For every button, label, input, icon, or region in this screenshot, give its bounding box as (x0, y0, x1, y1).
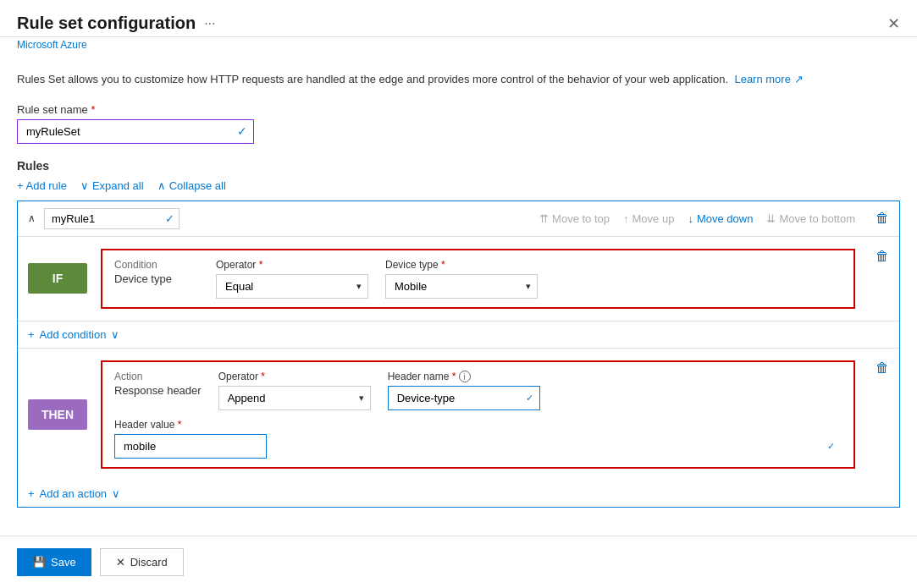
move-to-top-label: Move to top (552, 212, 610, 225)
add-condition-row: + Add condition ∨ (18, 321, 899, 348)
then-operator-label: Operator * (218, 371, 371, 382)
panel-footer: 💾 Save ✕ Discard (0, 536, 917, 588)
header-value-field-group: Header value * mobile ✓ (114, 419, 842, 459)
close-button[interactable]: ✕ (887, 14, 900, 33)
save-label: Save (51, 556, 76, 569)
add-condition-chevron: ∨ (111, 328, 119, 341)
discard-icon: ✕ (116, 556, 125, 569)
device-type-select[interactable]: Mobile Desktop Tablet (385, 274, 538, 299)
action-label-title: Action (114, 371, 202, 382)
action-label-col: Action Response header (114, 371, 202, 397)
add-action-chevron: ∨ (112, 487, 120, 500)
header-value-row: Header value * mobile ✓ (114, 419, 842, 459)
header-name-select-wrapper: Device-type ✓ (388, 386, 540, 410)
move-to-bottom-icon: ⇊ (766, 212, 776, 225)
then-operator-field-group: Operator * Append Overwrite Delete ▾ (218, 371, 371, 410)
add-rule-label: + Add rule (17, 179, 67, 192)
then-badge: THEN (28, 399, 87, 430)
learn-more-link[interactable]: Learn more ↗ (734, 73, 803, 85)
then-operator-select-wrapper: Append Overwrite Delete ▾ (218, 386, 371, 410)
move-down-button[interactable]: ↓ Move down (688, 212, 753, 225)
add-rule-button[interactable]: + Add rule (17, 179, 67, 192)
rules-section: Rules + Add rule ∨ Expand all ∧ Collapse… (17, 159, 900, 508)
discard-button[interactable]: ✕ Discard (100, 548, 184, 576)
save-button[interactable]: 💾 Save (17, 548, 91, 576)
operator-field-group: Operator * Equal Not Equal ▾ (216, 259, 368, 299)
if-section: IF Condition Device type Operator (18, 237, 899, 321)
operator-label: Operator * (216, 259, 368, 271)
then-section: THEN Action Response header Operat (18, 348, 899, 481)
condition-box: Condition Device type Operator * (101, 249, 855, 309)
action-grid: Action Response header Operator * (114, 371, 842, 410)
panel-more-icon[interactable]: ··· (204, 16, 215, 31)
rule-set-name-wrapper: ✓ (17, 119, 254, 144)
move-up-icon: ↑ (623, 212, 629, 225)
required-star: * (91, 103, 95, 116)
move-to-bottom-button[interactable]: ⇊ Move to bottom (766, 212, 855, 225)
header-value-select[interactable]: mobile (114, 434, 267, 459)
add-action-label: Add an action (40, 487, 108, 500)
rule-name-wrapper: ✓ (44, 208, 180, 229)
discard-label: Discard (130, 556, 168, 569)
move-to-top-button[interactable]: ⇈ Move to top (539, 212, 610, 225)
header-name-select[interactable]: Device-type (388, 386, 540, 410)
then-operator-select[interactable]: Append Overwrite Delete (218, 386, 371, 410)
move-up-button[interactable]: ↑ Move up (623, 212, 674, 225)
rule-container: ∧ ✓ ⇈ Move to top ↑ Move up (17, 201, 900, 508)
rule-set-name-input[interactable] (17, 119, 254, 144)
add-condition-plus: + (28, 328, 35, 341)
collapse-icon: ∧ (157, 179, 166, 192)
panel-subtitle: Microsoft Azure (0, 37, 917, 58)
condition-label-title: Condition (114, 259, 199, 271)
move-to-top-icon: ⇈ (539, 212, 549, 225)
rule-collapse-button[interactable]: ∧ (28, 212, 36, 224)
condition-label-value: Device type (114, 272, 199, 285)
header-name-label: Header name * i (388, 371, 540, 382)
panel-title: Rule set configuration (17, 14, 196, 33)
move-to-bottom-label: Move to bottom (779, 212, 855, 225)
collapse-all-button[interactable]: ∧ Collapse all (157, 179, 226, 192)
add-condition-label: Add condition (40, 328, 107, 341)
condition-grid: Condition Device type Operator * (114, 259, 842, 299)
save-icon: 💾 (32, 556, 46, 569)
panel-title-row: Rule set configuration ··· (17, 14, 215, 33)
action-label-value: Response header (114, 384, 202, 397)
delete-rule-button[interactable]: 🗑 (876, 211, 889, 226)
if-badge: IF (28, 263, 87, 294)
device-type-label: Device type * (385, 259, 538, 271)
delete-condition-button[interactable]: 🗑 (876, 249, 889, 264)
expand-icon: ∨ (80, 179, 89, 192)
action-box: Action Response header Operator * (101, 360, 855, 469)
rule-set-name-check: ✓ (237, 124, 247, 138)
delete-action-icon: 🗑 (876, 360, 889, 375)
device-type-select-wrapper: Mobile Desktop Tablet ▾ (385, 274, 538, 299)
move-up-label: Move up (633, 212, 675, 225)
rule-header: ∧ ✓ ⇈ Move to top ↑ Move up (18, 201, 899, 237)
expand-all-label: Expand all (92, 179, 144, 192)
rule-collapse-icon: ∧ (28, 212, 36, 224)
rules-toolbar: + Add rule ∨ Expand all ∧ Collapse all (17, 179, 900, 192)
operator-select[interactable]: Equal Not Equal (216, 274, 368, 299)
collapse-all-label: Collapse all (169, 179, 226, 192)
header-name-info-icon: i (459, 371, 471, 382)
rule-actions: ⇈ Move to top ↑ Move up ↓ Move down ⇊ (539, 211, 889, 226)
rule-name-check: ✓ (165, 212, 174, 225)
header-name-field-group: Header name * i Device-type ✓ (388, 371, 540, 410)
header-value-check-icon: ✓ (827, 441, 835, 452)
panel: Rule set configuration ··· ✕ Microsoft A… (0, 0, 917, 588)
expand-all-button[interactable]: ∨ Expand all (80, 179, 144, 192)
panel-header: Rule set configuration ··· ✕ (0, 0, 917, 37)
move-down-label: Move down (697, 212, 753, 225)
delete-rule-icon: 🗑 (876, 211, 889, 225)
add-condition-button[interactable]: + Add condition ∨ (28, 328, 119, 341)
condition-label-col: Condition Device type (114, 259, 199, 285)
delete-action-button[interactable]: 🗑 (876, 360, 889, 376)
add-action-plus: + (28, 487, 35, 500)
add-action-button[interactable]: + Add an action ∨ (28, 487, 120, 500)
rules-label: Rules (17, 159, 900, 173)
rule-name-input[interactable] (44, 208, 180, 229)
rule-set-name-label: Rule set name * (17, 103, 900, 116)
info-text: Rules Set allows you to customize how HT… (17, 71, 900, 88)
header-value-select-wrapper: mobile ✓ (114, 434, 842, 459)
panel-body: Rules Set allows you to customize how HT… (0, 58, 917, 530)
